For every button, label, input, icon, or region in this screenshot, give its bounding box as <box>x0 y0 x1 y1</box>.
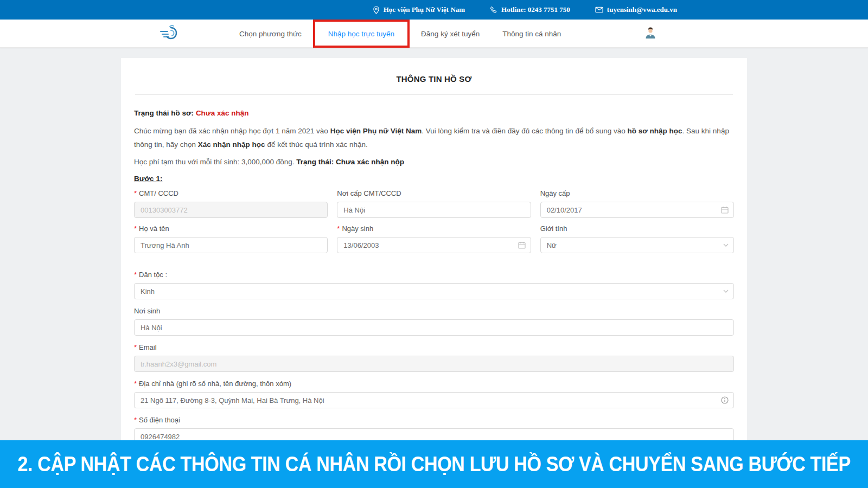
nav-item-thong-tin-ca-nhan[interactable]: Thông tin cá nhân <box>491 20 572 48</box>
required-asterisk: * <box>337 224 340 233</box>
gioitinh-select[interactable] <box>540 237 734 253</box>
required-asterisk: * <box>134 271 137 279</box>
field-dantoc-label: *Dân tộc : <box>134 271 734 279</box>
topbar-location: Học viện Phụ Nữ Việt Nam <box>373 5 465 14</box>
intro-paragraph: Chúc mừng bạn đã xác nhận nhập học đợt 1… <box>134 124 731 151</box>
location-pin-icon <box>373 6 380 14</box>
required-asterisk: * <box>134 224 137 233</box>
field-noisinh: Nơi sinh <box>134 307 734 336</box>
topbar-email: tuyensinh@vwa.edu.vn <box>595 5 677 14</box>
required-asterisk: * <box>134 380 137 388</box>
profile-status-label: Trạng thái hồ sơ: <box>134 109 194 117</box>
ngaycap-input[interactable] <box>540 202 734 218</box>
field-hoten: *Họ và tên <box>134 224 328 253</box>
field-diachi-label: *Địa chỉ nhà (ghi rõ số nhà, tên đường, … <box>134 380 734 388</box>
title-divider <box>135 94 733 95</box>
user-avatar-icon[interactable] <box>644 27 656 42</box>
field-dantoc: *Dân tộc : <box>134 271 734 299</box>
diachi-input[interactable] <box>134 392 734 408</box>
nav-item-chon-phuong-thuc[interactable]: Chọn phương thức <box>228 20 313 48</box>
field-cmt-label: *CMT/ CCCD <box>134 189 328 197</box>
field-gioitinh: Giới tính <box>540 224 734 253</box>
intro-confirm-action: Xác nhận nhập học <box>198 140 265 149</box>
field-ngaycap-label: Ngày cấp <box>540 189 734 197</box>
nav-menu: Chọn phương thức Nhập học trực tuyến Đăn… <box>228 20 572 48</box>
noicap-input[interactable] <box>337 202 531 218</box>
nav-item-nhap-hoc-truc-tuyen[interactable]: Nhập học trực tuyến <box>313 20 410 48</box>
nav-item-label: Thông tin cá nhân <box>502 30 561 38</box>
intro-text: . Vui lòng kiểm tra và điền đầy đủ các t… <box>422 127 627 135</box>
field-noicap: Nơi cấp CMT/CCCD <box>337 189 531 218</box>
topbar-email-text: tuyensinh@vwa.edu.vn <box>607 5 677 14</box>
field-ngaysinh-label: *Ngày sinh <box>337 224 531 233</box>
required-asterisk: * <box>134 416 137 424</box>
school-logo-icon[interactable] <box>159 24 178 45</box>
intro-text: Chúc mừng bạn đã xác nhận nhập học đợt 1… <box>134 127 330 135</box>
nav-item-label: Chọn phương thức <box>239 30 302 38</box>
field-ngaysinh: *Ngày sinh <box>337 224 531 253</box>
topbar-hotline: Hotline: 0243 7751 750 <box>490 5 570 14</box>
ngaysinh-input[interactable] <box>337 237 531 253</box>
profile-form: *CMT/ CCCD Nơi cấp CMT/CCCD Ngày cấp <box>134 189 734 445</box>
page-background: THÔNG TIN HỒ SƠ Trạng thái hồ sơ: Chưa x… <box>0 48 868 488</box>
top-info-bar: Học viện Phụ Nữ Việt Nam Hotline: 0243 7… <box>0 0 868 20</box>
cmt-input[interactable] <box>134 202 328 218</box>
hoten-input[interactable] <box>134 237 328 253</box>
step-label: Bước 1: <box>134 175 734 183</box>
intro-text: để kết thúc quá trình xác nhận. <box>265 140 368 149</box>
profile-card: THÔNG TIN HỒ SƠ Trạng thái hồ sơ: Chưa x… <box>121 58 747 488</box>
field-email-label: *Email <box>134 343 734 351</box>
noisinh-input[interactable] <box>134 319 734 336</box>
field-cmt: *CMT/ CCCD <box>134 189 328 218</box>
required-asterisk: * <box>134 189 137 197</box>
profile-status-line: Trạng thái hồ sơ: Chưa xác nhận <box>134 109 734 117</box>
intro-school-name: Học viện Phụ nữ Việt Nam <box>330 127 422 135</box>
intro-bold-text: hồ sơ nhập học <box>627 127 682 135</box>
email-input[interactable] <box>134 356 734 372</box>
field-noicap-label: Nơi cấp CMT/CCCD <box>337 189 531 197</box>
profile-status-value: Chưa xác nhận <box>196 109 249 117</box>
field-hoten-label: *Họ và tên <box>134 224 328 233</box>
envelope-icon <box>595 7 603 13</box>
fee-status-label: Trạng thái: <box>296 158 336 166</box>
fee-status-value: Chưa xác nhận nộp <box>336 158 404 166</box>
field-gioitinh-label: Giới tính <box>540 224 734 233</box>
main-navbar: Chọn phương thức Nhập học trực tuyến Đăn… <box>0 20 868 48</box>
required-asterisk: * <box>134 343 137 351</box>
nav-item-dang-ky-xet-tuyen[interactable]: Đăng ký xét tuyển <box>410 20 491 48</box>
topbar-hotline-text: Hotline: 0243 7751 750 <box>501 5 570 14</box>
field-email: *Email <box>134 343 734 372</box>
page-title: THÔNG TIN HỒ SƠ <box>134 67 734 94</box>
field-ngaycap: Ngày cấp <box>540 189 734 218</box>
field-diachi: *Địa chỉ nhà (ghi rõ số nhà, tên đường, … <box>134 380 734 408</box>
instruction-banner-text: 2. CẬP NHẬT CÁC THÔNG TIN CÁ NHÂN RỒI CH… <box>17 453 850 476</box>
topbar-location-text: Học viện Phụ Nữ Việt Nam <box>384 5 465 14</box>
fee-line: Học phí tạm thu với mỗi thí sinh: 3,000,… <box>134 158 734 166</box>
field-noisinh-label: Nơi sinh <box>134 307 734 315</box>
phone-icon <box>490 6 497 14</box>
instruction-banner: 2. CẬP NHẬT CÁC THÔNG TIN CÁ NHÂN RỒI CH… <box>0 440 868 488</box>
dantoc-select[interactable] <box>134 283 734 299</box>
field-sdt-label: *Số điện thoại <box>134 416 734 424</box>
nav-item-label: Đăng ký xét tuyển <box>421 30 480 38</box>
fee-text: Học phí tạm thu với mỗi thí sinh: 3,000,… <box>134 158 296 166</box>
nav-item-label: Nhập học trực tuyến <box>328 30 394 38</box>
